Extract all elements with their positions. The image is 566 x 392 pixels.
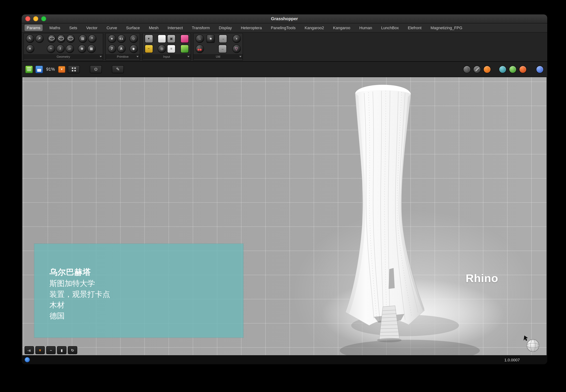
primitive-param-icon-3[interactable]: ◇ (129, 34, 138, 43)
tab-display[interactable]: Display (217, 25, 234, 31)
geometry-param-icon-1[interactable]: ↖ (26, 34, 34, 43)
widget-toggle-3[interactable]: ~ (46, 346, 56, 354)
screen: Grasshopper Params Maths Sets Vector Cur… (0, 0, 566, 392)
geometry-param-icon-8[interactable]: × (26, 44, 34, 53)
annotation-panel[interactable]: 乌尔巴赫塔 斯图加特大学 装置，观景打卡点 木材 德国 (34, 244, 243, 337)
oval-icon (49, 37, 54, 40)
solver-icon-3[interactable] (519, 65, 527, 73)
input-group-label[interactable]: Input (143, 54, 191, 59)
util-icon-2[interactable]: ◑ (232, 34, 240, 43)
geometry-group-label[interactable]: Geometry (24, 54, 103, 59)
gradient-icon[interactable] (180, 34, 189, 43)
tab-magnetizing-fpg[interactable]: Magnetizing_FPG (428, 25, 464, 31)
zoom-window-button[interactable] (41, 16, 46, 21)
traffic-lights (25, 14, 46, 23)
geometry-param-icon-10[interactable]: / (56, 44, 64, 53)
sketch-button[interactable]: ✎ (112, 65, 124, 73)
zoom-dropdown[interactable]: ▾ (58, 66, 65, 73)
ribbon-group-geometry: ↖ ↗ ▧ * × ~ / ▱ ⊕ (23, 33, 103, 61)
geometry-param-icon-4[interactable] (57, 34, 65, 43)
tab-params[interactable]: Params (25, 25, 43, 31)
cherry-icon (197, 46, 202, 51)
galapagos-icon[interactable]: ▽ (232, 44, 240, 53)
tab-maths[interactable]: Maths (47, 25, 62, 31)
widget-toggle-5[interactable]: ↻ (68, 346, 77, 354)
zoom-level: 91% (46, 67, 55, 72)
primitive-group-label[interactable]: Primitive (106, 54, 140, 59)
close-button[interactable] (25, 16, 30, 21)
primitive-param-icon-4[interactable]: 7 (108, 44, 116, 53)
widget-toggle-2[interactable]: ▼ (35, 346, 45, 354)
display-mode-icon-3[interactable] (483, 65, 491, 73)
preview-button[interactable]: ⊙ (90, 65, 102, 73)
colour-swatch-icon[interactable] (180, 44, 189, 53)
data-input-icon[interactable]: → (219, 34, 227, 43)
panel-icon[interactable] (158, 34, 166, 43)
primitive-param-icon-6[interactable]: ◆ (129, 44, 138, 53)
geometry-param-icon-11[interactable]: ▱ (65, 44, 74, 53)
primitive-param-icon-5[interactable]: A (117, 44, 125, 53)
tab-vector[interactable]: Vector (84, 25, 100, 31)
tab-human[interactable]: Human (357, 25, 374, 31)
canvas-toolbar: 91% ▾ ⊙ ✎ (22, 62, 547, 77)
zoom-extents-button[interactable] (68, 65, 80, 73)
geometry-param-icon-6[interactable]: ▧ (78, 34, 87, 43)
geometry-param-icon-7[interactable]: * (88, 34, 96, 43)
tab-surface[interactable]: Surface (124, 25, 142, 31)
panel-line: 德国 (49, 310, 236, 321)
util-icon-1[interactable]: → (195, 34, 204, 43)
value-list-icon[interactable]: ≡ (167, 44, 176, 53)
tab-transform[interactable]: Transform (190, 25, 212, 31)
graph-mapper-icon[interactable]: ~ (145, 44, 153, 53)
tab-panelingtools[interactable]: PanelingTools (269, 25, 298, 31)
grasshopper-canvas[interactable]: 乌尔巴赫塔 斯图加特大学 装置，观景打卡点 木材 德国 Rhino -x ▼ ~… (22, 77, 547, 355)
geometry-param-icon-2[interactable]: ↗ (35, 34, 44, 43)
tab-intersect[interactable]: Intersect (165, 25, 185, 31)
tab-kangaroo2[interactable]: Kangaroo2 (302, 25, 326, 31)
window-title: Grasshopper (271, 16, 298, 21)
control-knob-icon[interactable]: ◎ (158, 44, 166, 53)
canvas-widget-toolbar: -x ▼ ~ ▮ ↻ (25, 346, 77, 354)
util-group-label[interactable]: Util (194, 54, 243, 59)
new-document-icon[interactable] (25, 65, 33, 73)
geometry-param-icon-13[interactable]: ▦ (87, 44, 95, 53)
ribbon: ↖ ↗ ▧ * × ~ / ▱ ⊕ (22, 32, 547, 62)
tab-heteroptera[interactable]: Heteroptera (238, 25, 264, 31)
data-output-icon[interactable]: → (218, 44, 226, 53)
minimize-button[interactable] (33, 16, 38, 21)
tab-curve[interactable]: Curve (104, 25, 119, 31)
primitive-param-icon-2[interactable]: 0.1 (117, 34, 125, 43)
eye-icon: ⊙ (94, 67, 98, 72)
tab-elefront[interactable]: Elefront (406, 25, 424, 31)
tab-kangaroo[interactable]: Kangaroo (331, 25, 352, 31)
geometry-param-icon-5[interactable] (66, 34, 74, 43)
tab-lunchbox[interactable]: LunchBox (379, 25, 401, 31)
oval-icon (68, 37, 73, 40)
tab-sets[interactable]: Sets (67, 25, 79, 31)
geometry-param-icon-3[interactable] (47, 34, 56, 43)
geometry-param-icon-9[interactable]: ~ (47, 44, 55, 53)
save-document-icon[interactable] (35, 65, 43, 73)
primitive-param-icon-1[interactable]: ● (108, 34, 116, 43)
cursor-arrow-icon (523, 336, 528, 341)
menubar: Params Maths Sets Vector Curve Surface M… (22, 23, 547, 32)
number-slider-icon[interactable]: ▾ (145, 34, 153, 43)
display-mode-icon-2[interactable] (473, 65, 481, 73)
cherry-picker-icon[interactable] (195, 44, 204, 53)
geometry-param-icon-12[interactable]: ⊕ (78, 44, 86, 53)
panel-line: 装置，观景打卡点 (49, 289, 236, 299)
solver-icon-1[interactable] (499, 65, 506, 73)
view-trackball[interactable] (523, 336, 539, 352)
widget-toggle-4[interactable]: ▮ (57, 346, 66, 354)
tab-mesh[interactable]: Mesh (147, 25, 161, 31)
panel-line: 斯图加特大学 (49, 278, 236, 289)
solver-status-icon[interactable] (25, 357, 30, 363)
param-viewer-icon[interactable]: ♣ (207, 34, 215, 43)
solver-icon-4[interactable] (536, 65, 544, 73)
solver-icon-2[interactable] (509, 65, 517, 73)
titlebar[interactable]: Grasshopper (22, 14, 547, 23)
button-icon[interactable]: ▣ (167, 34, 176, 43)
widget-toggle-1[interactable]: -x (25, 346, 34, 354)
display-mode-icon-1[interactable] (463, 65, 471, 73)
tower-render (321, 85, 504, 355)
